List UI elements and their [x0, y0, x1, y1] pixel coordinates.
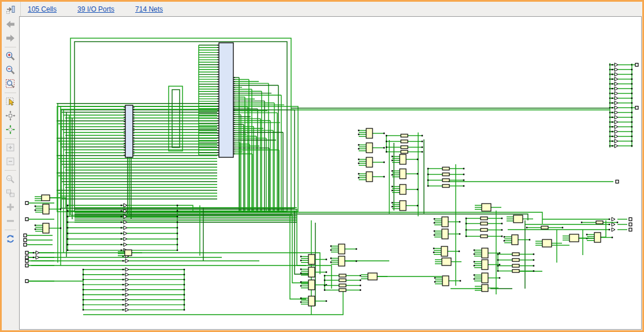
cell	[400, 185, 406, 194]
cells-layer	[42, 43, 603, 306]
register-block	[125, 105, 133, 157]
cell	[442, 217, 448, 227]
toolbar-separator	[5, 93, 16, 93]
cell	[401, 146, 408, 149]
cell	[400, 169, 406, 179]
cell	[308, 254, 315, 264]
zoom-out-icon[interactable]	[3, 63, 18, 77]
cell	[308, 296, 315, 306]
cell	[512, 253, 519, 256]
fit-selection-icon[interactable]	[3, 109, 18, 123]
collapse-minus-icon[interactable]	[3, 214, 18, 228]
header-links: 105 Cells 39 I/O Ports 714 Nets	[20, 2, 163, 16]
cell	[366, 128, 373, 138]
cell	[43, 223, 49, 233]
schematic-canvas[interactable]	[19, 16, 642, 330]
cell	[442, 276, 449, 286]
cell	[481, 222, 487, 225]
cell	[442, 229, 448, 239]
toolbar-separator	[5, 230, 16, 230]
cell	[401, 140, 408, 143]
schematic-svg[interactable]	[20, 17, 642, 330]
expand-plus-icon[interactable]	[3, 200, 18, 214]
cell	[339, 289, 346, 292]
cell	[339, 279, 346, 282]
cell	[512, 264, 519, 267]
cell	[442, 179, 449, 182]
cell	[366, 143, 373, 153]
cell	[442, 173, 449, 176]
schematic-toolbar	[2, 16, 19, 330]
schematic-window: 105 Cells 39 I/O Ports 714 Nets	[0, 0, 644, 332]
cell	[481, 228, 487, 231]
cell	[338, 244, 345, 254]
cell	[481, 235, 487, 238]
dock-toolbar-icon[interactable]	[2, 2, 20, 16]
cell	[366, 172, 373, 182]
cell	[541, 226, 548, 229]
cell	[339, 284, 346, 287]
autofit-selection-icon[interactable]	[3, 123, 18, 137]
cell	[400, 201, 406, 211]
cell	[43, 204, 49, 214]
cell	[42, 195, 50, 201]
cell	[513, 215, 523, 223]
cell	[482, 285, 488, 292]
collapse-cone-icon[interactable]	[3, 154, 18, 168]
select-area-icon[interactable]	[3, 95, 18, 109]
cell	[482, 204, 491, 211]
zoom-selection-icon[interactable]	[3, 172, 18, 186]
cells-link[interactable]: 105 Cells	[28, 5, 57, 13]
nets-layer	[24, 38, 638, 315]
cell	[400, 154, 406, 164]
toolbar-separator	[5, 47, 16, 47]
cell	[442, 258, 451, 265]
toolbar-separator	[5, 170, 16, 171]
cell	[594, 233, 601, 242]
cell	[442, 185, 449, 187]
cell	[482, 248, 488, 258]
io-ports-link[interactable]: 39 I/O Ports	[77, 5, 114, 13]
cell	[338, 256, 345, 266]
cell	[482, 273, 488, 283]
toolbar-separator	[5, 138, 16, 139]
cell	[366, 157, 373, 167]
cell	[442, 167, 449, 170]
cell	[569, 234, 579, 242]
nav-forward-icon[interactable]	[3, 31, 18, 45]
cell	[542, 239, 552, 247]
zoom-fit-icon[interactable]	[3, 77, 18, 91]
cell	[368, 273, 377, 280]
zoom-in-icon[interactable]	[3, 49, 18, 63]
cell	[401, 150, 408, 153]
regenerate-layout-icon[interactable]	[3, 232, 18, 246]
cell	[596, 221, 603, 224]
cell	[512, 259, 519, 261]
cell	[308, 280, 315, 290]
schematic-header: 105 Cells 39 I/O Ports 714 Nets	[2, 2, 642, 16]
cell	[441, 246, 448, 256]
cell	[339, 274, 346, 277]
ram-block	[219, 43, 233, 157]
cell	[482, 260, 488, 270]
cell	[401, 134, 408, 137]
cell	[308, 267, 315, 277]
cell	[125, 250, 132, 256]
nets-link[interactable]: 714 Nets	[135, 5, 163, 13]
nav-back-icon[interactable]	[3, 17, 18, 31]
cell	[512, 235, 518, 245]
cell	[481, 217, 487, 220]
add-to-schematic-icon[interactable]	[3, 186, 18, 200]
cell	[512, 270, 519, 272]
expand-cone-icon[interactable]	[3, 141, 18, 154]
